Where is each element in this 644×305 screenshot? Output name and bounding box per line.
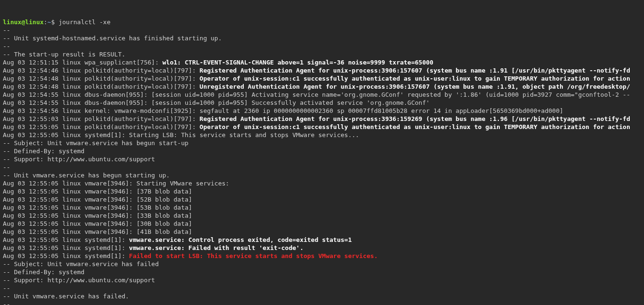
log-line: Aug 03 12:54:46 linux polkitd(authority=… bbox=[3, 66, 641, 74]
log-segment: -- bbox=[3, 285, 14, 292]
log-line: Aug 03 12:54:56 linux kernel: vmware-mod… bbox=[3, 107, 641, 115]
prompt-at: @ bbox=[21, 18, 25, 26]
log-segment: Aug 03 12:55:05 linux systemd[1]: bbox=[3, 252, 129, 259]
log-line: -- Support: http://www.ubuntu.com/suppor… bbox=[3, 155, 641, 163]
log-line: Aug 03 12:54:48 linux polkitd(authority=… bbox=[3, 74, 641, 83]
log-line: -- Support: http://www.ubuntu.com/suppor… bbox=[3, 276, 641, 284]
log-segment: Registered Authentication Agent for unix… bbox=[200, 67, 630, 74]
log-segment: -- Support: http://www.ubuntu.com/suppor… bbox=[3, 156, 155, 163]
log-segment: Aug 03 12:55:05 linux systemd[1]: bbox=[3, 236, 129, 243]
log-segment: Aug 03 12:55:05 linux systemd[1]: Starti… bbox=[3, 131, 359, 139]
log-segment: Aug 03 12:55:03 linux polkitd(authority=… bbox=[3, 115, 200, 122]
log-line: Aug 03 12:55:05 linux systemd[1]: vmware… bbox=[3, 236, 641, 244]
log-line: Aug 03 12:55:05 linux vmware[3946]: Star… bbox=[3, 179, 641, 187]
log-segment: vmware.service: Control process exited, … bbox=[129, 236, 352, 243]
log-segment: -- Unit vmware.service has begun startin… bbox=[3, 172, 170, 179]
log-line: Aug 03 12:55:05 linux vmware[3946]: [37B… bbox=[3, 187, 641, 195]
log-segment: -- Subject: Unit vmware.service has begu… bbox=[3, 139, 188, 147]
log-segment: vmware.service: Failed with result 'exit… bbox=[129, 244, 304, 251]
log-segment: wlo1: CTRL-EVENT-SIGNAL-CHANGE above=1 s… bbox=[163, 59, 433, 66]
log-segment: Aug 03 12:55:05 linux vmware[3946]: [37B… bbox=[3, 188, 192, 195]
log-segment: -- Defined-By: systemd bbox=[3, 148, 84, 155]
log-line: -- Unit vmware.service has begun startin… bbox=[3, 171, 641, 179]
log-line: -- The start-up result is RESULT. bbox=[3, 50, 641, 58]
log-segment: Aug 03 12:55:05 linux polkitd(authority=… bbox=[3, 123, 200, 130]
log-line: -- Unit systemd-hostnamed.service has fi… bbox=[3, 34, 641, 42]
log-line: Aug 03 12:55:05 linux systemd[1]: vmware… bbox=[3, 244, 641, 252]
log-line: Aug 03 12:51:15 linux wpa_supplicant[756… bbox=[3, 58, 641, 66]
log-segment: Aug 03 12:55:05 linux vmware[3946]: [52B… bbox=[3, 196, 192, 203]
prompt-user: linux bbox=[3, 18, 21, 26]
log-segment: -- Subject: Unit vmware.service has fail… bbox=[3, 260, 159, 268]
log-segment: Unregistered Authentication Agent for un… bbox=[200, 83, 630, 90]
log-segment: Registered Authentication Agent for unix… bbox=[200, 115, 630, 122]
log-line: -- Unit vmware.service has failed. bbox=[3, 292, 641, 300]
log-segment: -- bbox=[3, 164, 14, 171]
log-segment: Aug 03 12:54:56 linux kernel: vmware-mod… bbox=[3, 107, 563, 114]
prompt-line: linux@linux:~$ journalctl -xe bbox=[3, 18, 641, 26]
prompt-dollar: $ bbox=[51, 18, 59, 26]
log-segment: -- Defined-By: systemd bbox=[3, 268, 84, 276]
log-segment: Operator of unix-session:c1 successfully… bbox=[200, 123, 630, 130]
log-line: Aug 03 12:55:03 linux polkitd(authority=… bbox=[3, 115, 641, 123]
log-line: Aug 03 12:55:05 linux vmware[3946]: [53B… bbox=[3, 203, 641, 212]
log-line: -- bbox=[3, 163, 641, 171]
log-segment: Aug 03 12:54:55 linux dbus-daemon[955]: … bbox=[3, 91, 630, 98]
log-segment: -- The start-up result is RESULT. bbox=[3, 51, 125, 58]
prompt-host: linux bbox=[25, 18, 44, 26]
log-segment: Aug 03 12:54:48 linux polkitd(authority=… bbox=[3, 83, 200, 90]
log-line: Aug 03 12:55:05 linux vmware[3946]: [30B… bbox=[3, 220, 641, 228]
log-output: -- -- Unit systemd-hostnamed.service has… bbox=[3, 26, 641, 305]
log-segment: Aug 03 12:54:48 linux polkitd(authority=… bbox=[3, 75, 200, 82]
log-line: Aug 03 12:54:55 linux dbus-daemon[955]: … bbox=[3, 91, 641, 99]
log-line: Aug 03 12:55:05 linux vmware[3946]: [41B… bbox=[3, 228, 641, 236]
log-line: Aug 03 12:55:05 linux vmware[3946]: [33B… bbox=[3, 212, 641, 220]
log-segment: Aug 03 12:54:46 linux polkitd(authority=… bbox=[3, 67, 200, 74]
log-line: -- bbox=[3, 42, 641, 50]
prompt-colon: : bbox=[44, 18, 47, 26]
log-line: -- Subject: Unit vmware.service has begu… bbox=[3, 139, 641, 147]
log-segment: -- Support: http://www.ubuntu.com/suppor… bbox=[3, 277, 155, 284]
log-line: Aug 03 12:55:05 linux polkitd(authority=… bbox=[3, 123, 641, 131]
log-line: Aug 03 12:55:05 linux systemd[1]: Failed… bbox=[3, 252, 641, 260]
log-segment: -- Unit vmware.service has failed. bbox=[3, 293, 129, 300]
log-line: Aug 03 12:54:55 linux dbus-daemon[955]: … bbox=[3, 99, 641, 107]
log-segment: Aug 03 12:51:15 linux wpa_supplicant[756… bbox=[3, 59, 163, 66]
log-line: Aug 03 12:55:05 linux systemd[1]: Starti… bbox=[3, 131, 641, 139]
log-segment: -- bbox=[3, 301, 14, 305]
log-segment: Operator of unix-session:c1 successfully… bbox=[200, 75, 630, 82]
terminal-window[interactable]: linux@linux:~$ journalctl -xe-- -- Unit … bbox=[0, 0, 644, 305]
log-segment: Aug 03 12:55:05 linux vmware[3946]: [53B… bbox=[3, 204, 192, 211]
log-segment: -- bbox=[3, 43, 14, 50]
log-line: -- bbox=[3, 284, 641, 292]
log-segment: -- bbox=[3, 27, 14, 34]
log-segment: Aug 03 12:55:05 linux vmware[3946]: [30B… bbox=[3, 220, 192, 227]
log-segment: -- Unit systemd-hostnamed.service has fi… bbox=[3, 35, 222, 42]
log-line: -- bbox=[3, 300, 641, 305]
log-segment: Failed to start LSB: This service starts… bbox=[129, 252, 377, 259]
log-segment: Aug 03 12:55:05 linux vmware[3946]: Star… bbox=[3, 180, 229, 187]
command-text: journalctl -xe bbox=[58, 18, 110, 26]
log-segment: Aug 03 12:55:05 linux systemd[1]: bbox=[3, 244, 129, 251]
log-line: -- Defined-By: systemd bbox=[3, 147, 641, 155]
log-line: Aug 03 12:55:05 linux vmware[3946]: [52B… bbox=[3, 195, 641, 203]
log-line: -- bbox=[3, 26, 641, 34]
log-line: -- Subject: Unit vmware.service has fail… bbox=[3, 260, 641, 268]
log-segment: Aug 03 12:55:05 linux vmware[3946]: [41B… bbox=[3, 228, 192, 235]
log-segment: Aug 03 12:54:55 linux dbus-daemon[955]: … bbox=[3, 99, 430, 106]
prompt-path: ~ bbox=[47, 18, 51, 26]
log-line: Aug 03 12:54:48 linux polkitd(authority=… bbox=[3, 83, 641, 91]
log-segment: Aug 03 12:55:05 linux vmware[3946]: [33B… bbox=[3, 212, 192, 219]
log-line: -- Defined-By: systemd bbox=[3, 268, 641, 276]
